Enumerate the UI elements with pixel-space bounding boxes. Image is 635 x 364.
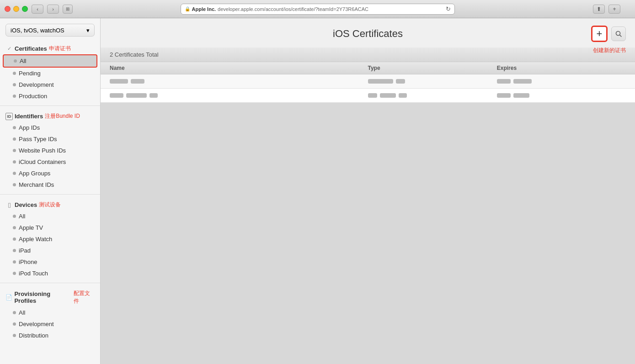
blurred-expires-2b: [513, 93, 529, 98]
devices-title: Devices: [15, 201, 37, 208]
sidebar-item-apple-tv[interactable]: Apple TV: [0, 222, 100, 233]
column-header-type: Type: [368, 65, 497, 71]
blurred-type-1b: [396, 79, 405, 84]
sidebar-item-development[interactable]: Development: [0, 79, 100, 90]
sidebar-item-development-profile[interactable]: Development: [0, 318, 100, 330]
back-button[interactable]: ‹: [32, 5, 43, 14]
table-row[interactable]: [101, 89, 635, 103]
blurred-expires-1a: [497, 79, 511, 84]
sidebar-dot-icon: [13, 95, 16, 98]
sidebar-item-ipod-touch[interactable]: iPod Touch: [0, 268, 100, 279]
blurred-name-2c: [149, 93, 158, 98]
sidebar-item-label: iCloud Containers: [19, 158, 66, 165]
sidebar-item-label: Website Push IDs: [19, 147, 66, 154]
sidebar-dot-icon: [13, 249, 16, 252]
sidebar-dot-icon: [13, 172, 16, 175]
sidebar-dot-icon: [13, 334, 16, 337]
sidebar-item-icloud-containers[interactable]: iCloud Containers: [0, 156, 100, 168]
sidebar-item-label: Pass Type IDs: [19, 136, 57, 142]
sidebar-item-app-ids[interactable]: App IDs: [0, 122, 100, 133]
identifiers-section-header: ID Identifiers 注册Bundle ID: [0, 110, 100, 122]
blurred-name-2a: [110, 93, 123, 98]
sidebar-item-ipad[interactable]: iPad: [0, 245, 100, 256]
sidebar-item-label: App Groups: [19, 170, 50, 177]
blurred-name-2b: [126, 93, 147, 98]
blurred-type-2a: [368, 93, 377, 98]
forward-button[interactable]: ›: [47, 5, 59, 14]
platform-dropdown[interactable]: iOS, tvOS, watchOS ▾: [5, 24, 95, 37]
blurred-expires-1b: [513, 79, 532, 84]
reader-view-button[interactable]: ⊞: [63, 5, 73, 14]
certificates-title: Certificates: [15, 45, 47, 52]
sidebar-item-label: Distribution: [19, 332, 48, 339]
sidebar-item-label: iPad: [19, 247, 31, 254]
devices-section-header: ▯ Devices 测试设备: [0, 198, 100, 211]
sidebar-dot-icon: [14, 59, 17, 63]
cert-count: 2 Certificates Total: [101, 47, 635, 62]
devices-subtitle: 测试设备: [39, 201, 61, 209]
identifiers-subtitle: 注册Bundle ID: [45, 112, 80, 120]
main-area: iOS, tvOS, watchOS ▾ ✓ Certificates 申请证书…: [0, 18, 635, 364]
cell-name-1: [110, 79, 368, 84]
url-text: developer.apple.com/account/ios/certific…: [218, 6, 368, 12]
blurred-type-2b: [380, 93, 396, 98]
sidebar-divider-2: [0, 194, 100, 195]
sidebar-item-label: Pending: [19, 70, 41, 77]
provisioning-subtitle: 配置文件: [74, 290, 95, 305]
sidebar-item-distribution[interactable]: Distribution: [0, 330, 100, 341]
minimize-button[interactable]: [13, 6, 19, 12]
share-button[interactable]: ⬆: [593, 5, 605, 14]
sidebar-item-label: iPhone: [19, 258, 37, 265]
sidebar-item-merchant-ids[interactable]: Merchant IDs: [0, 179, 100, 190]
create-new-label: 创建新的证书: [593, 47, 626, 54]
sidebar-item-label: All: [19, 213, 25, 220]
sidebar-item-website-push-ids[interactable]: Website Push IDs: [0, 145, 100, 156]
sidebar-item-apple-watch[interactable]: Apple Watch: [0, 233, 100, 245]
sidebar-item-all-certs[interactable]: All: [3, 54, 97, 68]
blurred-type-2c: [399, 93, 407, 98]
provisioning-section-header: 📄 Provisioning Profiles 配置文件: [0, 287, 100, 307]
certificates-subtitle: 申请证书: [49, 45, 71, 53]
search-button[interactable]: [611, 26, 626, 41]
table-body: [101, 74, 635, 103]
add-certificate-button[interactable]: +: [591, 26, 608, 42]
sidebar-dot-icon: [13, 226, 16, 229]
identifiers-icon: ID: [5, 113, 13, 120]
close-button[interactable]: [5, 6, 11, 12]
sidebar-item-iphone[interactable]: iPhone: [0, 256, 100, 268]
sidebar-item-label: Apple TV: [19, 224, 43, 231]
blurred-name-1a: [110, 79, 128, 84]
sidebar-dot-icon: [13, 160, 16, 164]
sidebar-item-label: Development: [19, 81, 54, 88]
cell-expires-2: [497, 93, 626, 98]
cell-type-1: [368, 79, 497, 84]
company-name: Apple Inc.: [192, 6, 216, 12]
column-header-name: Name: [110, 65, 368, 71]
maximize-button[interactable]: [22, 6, 28, 12]
reload-icon[interactable]: ↻: [446, 5, 451, 12]
titlebar: ‹ › ⊞ 🔒 Apple Inc. developer.apple.com/a…: [0, 0, 635, 18]
sidebar-item-production[interactable]: Production: [0, 90, 100, 102]
sidebar-item-all-devices[interactable]: All: [0, 211, 100, 222]
sidebar-dot-icon: [13, 72, 16, 75]
sidebar: iOS, tvOS, watchOS ▾ ✓ Certificates 申请证书…: [0, 18, 101, 364]
sidebar-item-app-groups[interactable]: App Groups: [0, 168, 100, 179]
sidebar-item-all-profiles[interactable]: All: [0, 307, 100, 318]
lock-icon: 🔒: [185, 6, 190, 11]
new-tab-button[interactable]: +: [608, 5, 620, 14]
addressbar: 🔒 Apple Inc. developer.apple.com/account…: [181, 4, 455, 15]
platform-label: iOS, tvOS, watchOS: [11, 27, 64, 34]
sidebar-dot-icon: [13, 83, 16, 86]
sidebar-dot-icon: [13, 237, 16, 241]
svg-line-1: [620, 35, 622, 37]
sidebar-item-label: Development: [19, 321, 54, 327]
table-row[interactable]: [101, 74, 635, 89]
sidebar-divider: [0, 106, 100, 106]
sidebar-item-label: All: [19, 309, 25, 316]
sidebar-item-pass-type-ids[interactable]: Pass Type IDs: [0, 133, 100, 145]
sidebar-dot-icon: [13, 272, 16, 275]
blurred-type-1a: [368, 79, 393, 84]
sidebar-item-label: Merchant IDs: [19, 181, 54, 188]
sidebar-item-pending[interactable]: Pending: [0, 68, 100, 79]
provisioning-icon: 📄: [5, 294, 12, 301]
